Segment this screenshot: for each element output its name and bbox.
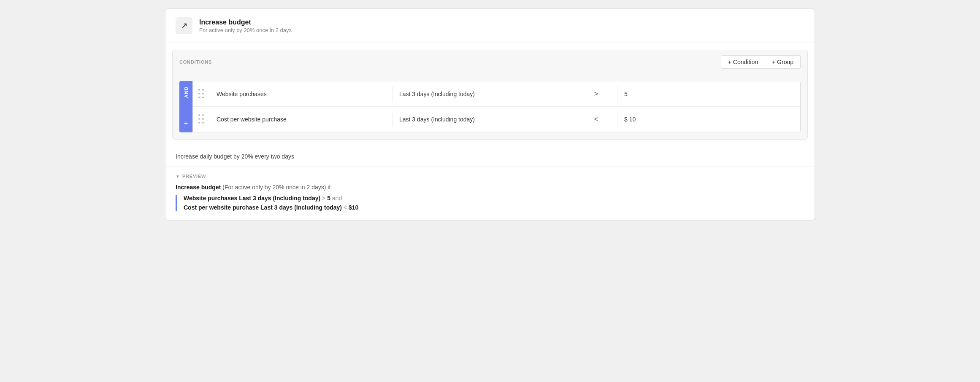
header-text: Increase budget For active only by 20% o… bbox=[199, 19, 292, 33]
conditions-section: CONDITIONS + Condition + Group AND + bbox=[172, 50, 808, 140]
condition-operator-1[interactable]: > bbox=[575, 85, 617, 103]
condition-value-1[interactable]: 5 bbox=[617, 86, 800, 102]
preview-label: PREVIEW bbox=[182, 174, 206, 179]
drag-handle-2[interactable] bbox=[193, 114, 210, 124]
header-icon: ↗ bbox=[176, 17, 192, 34]
condition-metric-2[interactable]: Cost per website purchase bbox=[210, 111, 393, 128]
and-bar[interactable]: AND + bbox=[179, 81, 193, 132]
conditions-rows: Website purchases Last 3 days (Including… bbox=[192, 81, 801, 132]
preview-cond2-bold: Cost per website purchase Last 3 days (I… bbox=[184, 204, 342, 211]
preview-title-bold: Increase budget bbox=[176, 184, 221, 191]
preview-condition-line-1: Website purchases Last 3 days (Including… bbox=[184, 195, 804, 202]
drag-handle[interactable] bbox=[193, 89, 210, 99]
header-subtitle: For active only by 20% once in 2 days bbox=[199, 27, 292, 33]
conditions-label: CONDITIONS bbox=[179, 59, 212, 65]
header-section: ↗ Increase budget For active only by 20%… bbox=[165, 9, 815, 43]
chevron-down-icon: ▼ bbox=[176, 174, 180, 179]
conditions-body: AND + Website purchases bbox=[173, 74, 807, 139]
and-label: AND bbox=[184, 86, 189, 98]
condition-metric-1[interactable]: Website purchases bbox=[210, 86, 393, 102]
summary-section: Increase daily budget by 20% every two d… bbox=[165, 146, 815, 167]
preview-header: ▼ PREVIEW bbox=[176, 174, 804, 179]
condition-operator-2[interactable]: < bbox=[575, 110, 617, 128]
summary-text: Increase daily budget by 20% every two d… bbox=[176, 153, 294, 160]
condition-value-2[interactable]: $ 10 bbox=[617, 111, 800, 128]
preview-condition-line-2: Cost per website purchase Last 3 days (I… bbox=[184, 204, 804, 211]
preview-if-word: if bbox=[328, 184, 330, 191]
preview-cond1-bold: Website purchases Last 3 days (Including… bbox=[184, 195, 320, 202]
header-title: Increase budget bbox=[199, 19, 292, 26]
condition-time-2[interactable]: Last 3 days (Including today) bbox=[393, 111, 575, 128]
condition-time-1[interactable]: Last 3 days (Including today) bbox=[393, 86, 575, 102]
add-condition-button[interactable]: + Condition bbox=[721, 55, 765, 69]
main-card: ↗ Increase budget For active only by 20%… bbox=[165, 8, 815, 221]
table-row: Website purchases Last 3 days (Including… bbox=[193, 81, 800, 107]
and-plus-icon[interactable]: + bbox=[184, 120, 189, 127]
table-row: Cost per website purchase Last 3 days (I… bbox=[193, 107, 800, 132]
preview-conditions: Website purchases Last 3 days (Including… bbox=[176, 195, 804, 211]
preview-section: ▼ PREVIEW Increase budget (For active on… bbox=[165, 167, 815, 220]
add-group-button[interactable]: + Group bbox=[765, 55, 801, 69]
preview-intro-paren: (For active only by 20% once in 2 days) bbox=[222, 184, 326, 191]
conditions-actions: + Condition + Group bbox=[721, 55, 801, 69]
conditions-header: CONDITIONS + Condition + Group bbox=[173, 50, 807, 74]
preview-intro: Increase budget (For active only by 20% … bbox=[176, 184, 804, 191]
